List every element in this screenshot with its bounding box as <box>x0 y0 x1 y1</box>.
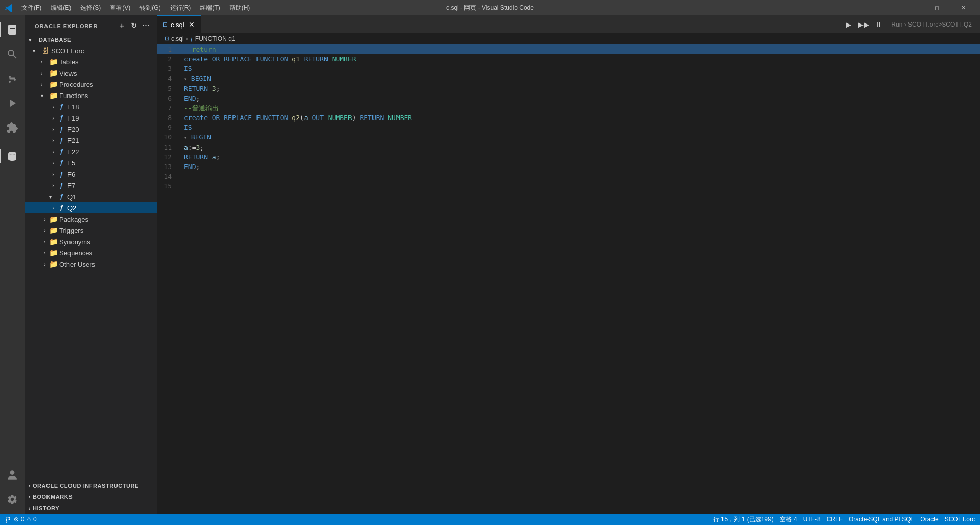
tables-item[interactable]: › 📁 Tables <box>25 56 157 67</box>
f19-chevron-icon: › <box>49 115 57 121</box>
synonyms-chevron-icon: › <box>41 239 49 245</box>
q1-chevron-icon: ▾ <box>49 194 57 200</box>
func-q2-item[interactable]: › ƒ Q2 <box>25 202 157 213</box>
functions-item[interactable]: ▾ 📁 Functions <box>25 90 157 101</box>
tab-csql-close-button[interactable]: ✕ <box>188 20 196 29</box>
menu-view[interactable]: 查看(V) <box>106 3 134 13</box>
history-section[interactable]: › HISTORY <box>25 503 157 514</box>
menu-run[interactable]: 运行(R) <box>166 3 195 13</box>
activity-explorer[interactable] <box>0 17 25 42</box>
language-mode-status[interactable]: Oracle-SQL and PLSQL <box>849 516 914 523</box>
func-f20-item[interactable]: › ƒ F20 <box>25 124 157 135</box>
more-actions-button[interactable]: ··· <box>141 20 151 32</box>
menu-file[interactable]: 文件(F) <box>17 3 45 13</box>
schema-status[interactable]: SCOTT.orc <box>945 516 975 523</box>
git-branch-status[interactable]: ⊗ 0 ⚠ 0 <box>5 516 37 523</box>
activity-settings[interactable] <box>0 487 25 512</box>
oracle-cloud-section[interactable]: › ORACLE CLOUD INFRASTRUCTURE <box>25 480 157 491</box>
other-users-chevron-icon: › <box>41 261 49 267</box>
code-line-1: 1 --return <box>157 44 980 54</box>
activity-run-debug[interactable] <box>0 91 25 115</box>
line-ending-status[interactable]: CRLF <box>827 516 843 523</box>
history-label: HISTORY <box>33 505 59 511</box>
menu-terminal[interactable]: 终端(T) <box>196 3 224 13</box>
refresh-button[interactable]: ↻ <box>129 20 139 32</box>
packages-folder-icon: 📁 <box>49 215 57 223</box>
func-f5-item[interactable]: › ƒ F5 <box>25 157 157 169</box>
tab-csql[interactable]: ⊡ c.sql ✕ <box>157 15 201 33</box>
activity-source-control[interactable] <box>0 66 25 91</box>
code-editor[interactable]: 1 --return 2 create OR REPLACE FUNCTION … <box>157 44 980 514</box>
database-label: DATABASE <box>39 37 72 43</box>
run-button[interactable]: ▶ <box>841 17 855 32</box>
code-line-4: 4 ▾ BEGIN <box>157 74 980 84</box>
func-f7-item[interactable]: › ƒ F7 <box>25 180 157 191</box>
synonyms-label: Synonyms <box>59 238 90 246</box>
vscode-logo-icon <box>5 4 13 12</box>
bookmarks-section[interactable]: › BOOKMARKS <box>25 491 157 503</box>
func-f19-item[interactable]: › ƒ F19 <box>25 112 157 124</box>
scott-orc-chevron-icon: ▾ <box>33 48 41 54</box>
indentation-status[interactable]: 空格 4 <box>780 515 797 524</box>
breadcrumb-file[interactable]: ⊡ c.sql <box>165 35 184 42</box>
run-all-button[interactable]: ▶▶ <box>856 17 871 32</box>
views-item[interactable]: › 📁 Views <box>25 67 157 79</box>
synonyms-item[interactable]: › 📁 Synonyms <box>25 236 157 247</box>
editor-toolbar: ▶ ▶▶ ⏸ Run › SCOTT.orc>SCOTT.Q2 <box>837 15 980 33</box>
activity-database[interactable] <box>0 144 25 169</box>
scott-orc-item[interactable]: ▾ 🗄 SCOTT.orc <box>25 45 157 56</box>
f20-chevron-icon: › <box>49 127 57 132</box>
f6-func-icon: ƒ <box>57 170 65 178</box>
cursor-position-status[interactable]: 行 15，列 1 (已选199) <box>713 515 774 524</box>
sidebar-header-actions[interactable]: ＋ ↻ ··· <box>116 20 151 32</box>
triggers-item[interactable]: › 📁 Triggers <box>25 225 157 236</box>
sidebar: ORACLE EXPLORER ＋ ↻ ··· ▾ DATABASE ▾ 🗄 S… <box>25 15 157 514</box>
func-f21-item[interactable]: › ƒ F21 <box>25 135 157 146</box>
activity-search[interactable] <box>0 42 25 66</box>
database-chevron-icon: ▾ <box>29 37 37 43</box>
packages-item[interactable]: › 📁 Packages <box>25 213 157 225</box>
titlebar-controls[interactable]: ─ ◻ ✕ <box>898 0 975 15</box>
f19-func-icon: ƒ <box>57 114 65 122</box>
menu-edit[interactable]: 编辑(E) <box>46 3 75 13</box>
window-restore-button[interactable]: ◻ <box>925 0 948 15</box>
q1-label: Q1 <box>67 193 76 201</box>
run-target-label[interactable]: Run › SCOTT.orc>SCOTT.Q2 <box>887 21 976 28</box>
db-type-status[interactable]: Oracle <box>920 516 938 523</box>
menu-help[interactable]: 帮助(H) <box>225 3 254 13</box>
func-q1-item[interactable]: ▾ ƒ Q1 <box>25 191 157 202</box>
procedures-item[interactable]: › 📁 Procedures <box>25 79 157 90</box>
new-connection-button[interactable]: ＋ <box>116 20 127 32</box>
func-f6-item[interactable]: › ƒ F6 <box>25 169 157 180</box>
pause-button[interactable]: ⏸ <box>872 17 886 32</box>
menu-goto[interactable]: 转到(G) <box>135 3 165 13</box>
oracle-cloud-label: ORACLE CLOUD INFRASTRUCTURE <box>33 483 139 489</box>
f7-func-icon: ƒ <box>57 181 65 189</box>
sequences-item[interactable]: › 📁 Sequences <box>25 247 157 258</box>
menu-selection[interactable]: 选择(S) <box>76 3 105 13</box>
breadcrumb-function[interactable]: ƒ FUNCTION q1 <box>190 35 236 42</box>
database-folder-icon: 🗄 <box>41 46 49 55</box>
tables-label: Tables <box>59 58 79 66</box>
editor-area[interactable]: 1 --return 2 create OR REPLACE FUNCTION … <box>157 44 980 514</box>
encoding-status[interactable]: UTF-8 <box>803 516 821 523</box>
window-minimize-button[interactable]: ─ <box>898 0 922 15</box>
f21-label: F21 <box>67 137 79 145</box>
func-f18-item[interactable]: › ƒ F18 <box>25 101 157 112</box>
code-line-15: 15 <box>157 181 980 191</box>
sidebar-content: ▾ DATABASE ▾ 🗄 SCOTT.orc › 📁 Tables › 📁 … <box>25 35 157 480</box>
func-f22-item[interactable]: › ƒ F22 <box>25 146 157 157</box>
other-users-label: Other Users <box>59 260 95 268</box>
activity-account[interactable] <box>0 463 25 487</box>
breadcrumb-separator: › <box>186 35 188 42</box>
titlebar-title: c.sql - 网页 - Visual Studio Code <box>446 4 534 12</box>
titlebar-menu[interactable]: 文件(F) 编辑(E) 选择(S) 查看(V) 转到(G) 运行(R) 终端(T… <box>17 3 254 13</box>
other-users-item[interactable]: › 📁 Other Users <box>25 258 157 270</box>
functions-label: Functions <box>59 92 88 100</box>
activity-extensions[interactable] <box>0 115 25 140</box>
other-users-folder-icon: 📁 <box>49 260 57 268</box>
window-close-button[interactable]: ✕ <box>951 0 975 15</box>
database-section-header[interactable]: ▾ DATABASE <box>25 35 157 45</box>
code-line-11: 11 a:=3; <box>157 142 980 152</box>
f18-func-icon: ƒ <box>57 103 65 111</box>
